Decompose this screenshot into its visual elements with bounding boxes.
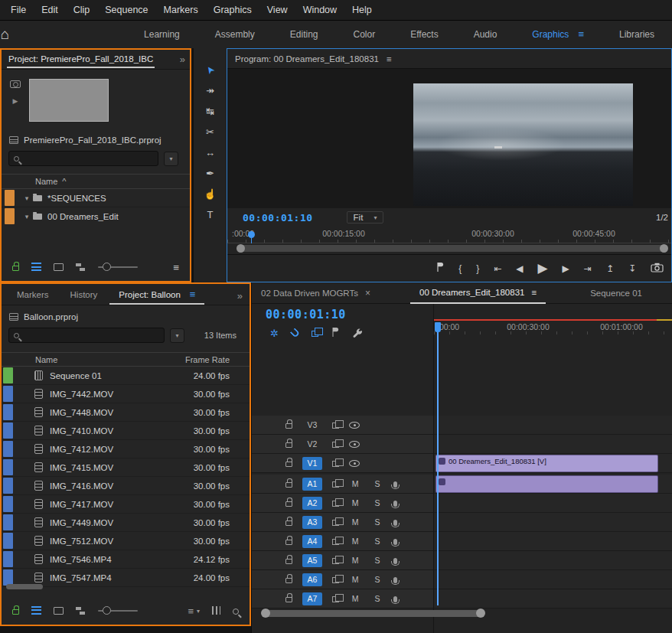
media-row[interactable]: IMG_7417.MOV 30.00 fps: [2, 495, 250, 514]
menu-item[interactable]: View: [259, 0, 295, 21]
clip-name[interactable]: IMG_7546.MP4: [50, 555, 112, 564]
timeline-tab[interactable]: 02 Data Driven MOGRTs ×: [252, 282, 380, 304]
track-lock-toggle[interactable]: [285, 593, 292, 605]
list-header[interactable]: Name Frame Rate: [2, 352, 250, 367]
horizontal-scrollbar[interactable]: [6, 584, 43, 589]
poster-frame-camera-icon[interactable]: [10, 80, 21, 88]
panel-tab[interactable]: Project: Balloon≡: [109, 284, 204, 305]
solo-track-button[interactable]: S: [371, 497, 383, 509]
scrollbar-knob[interactable]: [261, 609, 270, 618]
zoom-level-dropdown[interactable]: Fit ▾: [347, 211, 384, 224]
timeline-tab-active[interactable]: 00 Dreamers_Edit_180831 ≡: [410, 282, 546, 304]
extract-button[interactable]: ↧: [628, 263, 636, 274]
panel-menu-icon[interactable]: ≡: [531, 288, 537, 297]
menu-item[interactable]: Help: [344, 0, 380, 21]
name-column-header[interactable]: Name: [35, 177, 57, 186]
selection-tool[interactable]: ➤: [201, 64, 220, 77]
solo-track-button[interactable]: S: [371, 554, 383, 566]
solo-track-button[interactable]: S: [371, 516, 383, 528]
media-row[interactable]: IMG_7512.MOV 30.00 fps: [2, 532, 250, 550]
search-input[interactable]: [8, 328, 165, 343]
bin-name[interactable]: *SEQUENCES: [47, 194, 106, 203]
media-row[interactable]: IMG_7415.MOV 30.00 fps: [2, 458, 250, 477]
nest-sequences-button[interactable]: ✲: [270, 328, 279, 339]
sync-lock-toggle[interactable]: [332, 574, 339, 586]
timeline-timecode[interactable]: 00:00:01:10: [266, 308, 346, 321]
media-row[interactable]: IMG_7416.MOV 30.00 fps: [2, 477, 250, 495]
pen-tool[interactable]: ✒: [201, 167, 220, 180]
icon-view-button[interactable]: [54, 262, 64, 273]
clip-name[interactable]: IMG_7512.MOV: [50, 537, 113, 546]
panel-menu-icon[interactable]: ≡: [578, 28, 584, 40]
home-button[interactable]: ⌂: [0, 26, 10, 43]
sync-lock-toggle[interactable]: [332, 517, 339, 528]
mute-track-button[interactable]: M: [349, 573, 361, 586]
track-target-button[interactable]: A4: [302, 535, 322, 548]
media-row[interactable]: IMG_7449.MOV 30.00 fps: [2, 514, 250, 532]
mute-track-button[interactable]: M: [349, 478, 361, 490]
voiceover-record-button[interactable]: [393, 536, 397, 547]
track-lock-toggle[interactable]: [285, 439, 292, 450]
media-row[interactable]: IMG_7448.MOV 30.00 fps: [2, 403, 250, 422]
track-target-button[interactable]: A6: [302, 573, 322, 586]
freeform-view-button[interactable]: [76, 605, 86, 617]
slider-knob[interactable]: [103, 263, 111, 271]
sync-lock-toggle[interactable]: [332, 555, 339, 566]
search-filter-button[interactable]: ▾: [170, 328, 184, 343]
sort-button[interactable]: ≡▾: [188, 605, 200, 617]
bin-name[interactable]: 00 Dreamers_Edit: [47, 212, 119, 221]
program-monitor-title[interactable]: Program: 00 Dreamers_Edit_180831: [235, 54, 379, 64]
track-target-button[interactable]: A3: [302, 516, 322, 529]
sync-lock-toggle[interactable]: [332, 458, 339, 469]
menu-item[interactable]: File: [3, 0, 34, 21]
workspace-tab[interactable]: Effects≡: [393, 21, 455, 48]
clip-name[interactable]: IMG_7547.MP4: [50, 573, 112, 582]
freeform-view-button[interactable]: [76, 262, 86, 273]
clip-name[interactable]: IMG_7417.MOV: [50, 500, 113, 509]
writable-toggle-button[interactable]: [12, 262, 19, 273]
go-to-in-button[interactable]: ⇤: [494, 263, 501, 274]
program-timecode[interactable]: 00:00:01:10: [243, 212, 313, 224]
timeline-video-clip[interactable]: 00 Dreamers_Edit_180831 [V]: [435, 455, 658, 472]
mute-track-button[interactable]: M: [349, 497, 361, 509]
track-target-button[interactable]: A1: [302, 478, 322, 491]
track-target-button[interactable]: V1: [302, 457, 322, 470]
track-target-button[interactable]: V3: [302, 419, 322, 432]
timeline-tab[interactable]: Sequence 01: [581, 282, 651, 304]
scrollbar-knob[interactable]: [237, 244, 245, 253]
track-lock-toggle[interactable]: [285, 419, 292, 431]
type-tool[interactable]: T: [201, 208, 220, 221]
step-back-button[interactable]: ◀: [516, 263, 523, 274]
track-lock-toggle[interactable]: [285, 458, 292, 469]
scrollbar-knob[interactable]: [660, 244, 668, 253]
list-header[interactable]: Name ^: [2, 174, 190, 189]
workspace-tab[interactable]: Color≡: [335, 21, 393, 48]
panel-tab[interactable]: History≡: [61, 290, 107, 299]
linked-selection-button[interactable]: [312, 328, 318, 339]
more-panels-icon[interactable]: »: [237, 290, 242, 302]
mute-track-button[interactable]: M: [349, 516, 361, 528]
snap-button[interactable]: [292, 328, 298, 339]
playback-resolution-dropdown[interactable]: 1/2: [656, 213, 668, 222]
clip-name[interactable]: IMG_7449.MOV: [50, 518, 113, 527]
solo-track-button[interactable]: S: [371, 478, 383, 490]
track-target-button[interactable]: A7: [302, 592, 322, 605]
name-column-header[interactable]: Name: [35, 355, 57, 364]
disclosure-icon[interactable]: ▾: [21, 194, 33, 202]
search-filter-button[interactable]: ▾: [164, 152, 178, 166]
timeline-ruler[interactable]: :00:00 00:00:30:00 00:01:00:00: [434, 322, 672, 334]
search-input[interactable]: [8, 151, 158, 166]
icon-view-button[interactable]: [54, 605, 64, 617]
voiceover-record-button[interactable]: [393, 517, 397, 528]
ripple-edit-tool[interactable]: ↹: [201, 105, 220, 118]
solo-track-button[interactable]: S: [371, 535, 383, 547]
razor-tool[interactable]: ✂: [201, 126, 220, 139]
track-target-button[interactable]: V2: [302, 438, 322, 451]
menu-item[interactable]: Graphics: [206, 0, 259, 21]
slider-knob[interactable]: [103, 606, 111, 615]
program-time-ruler[interactable]: :00:00 00:00:15:00 00:00:30:00 00:00:45:…: [227, 227, 671, 243]
panel-menu-button[interactable]: ≡: [173, 262, 179, 273]
close-tab-icon[interactable]: ×: [365, 288, 370, 299]
timeline-settings-button[interactable]: [352, 327, 363, 340]
workspace-tab[interactable]: Editing≡: [272, 21, 336, 48]
